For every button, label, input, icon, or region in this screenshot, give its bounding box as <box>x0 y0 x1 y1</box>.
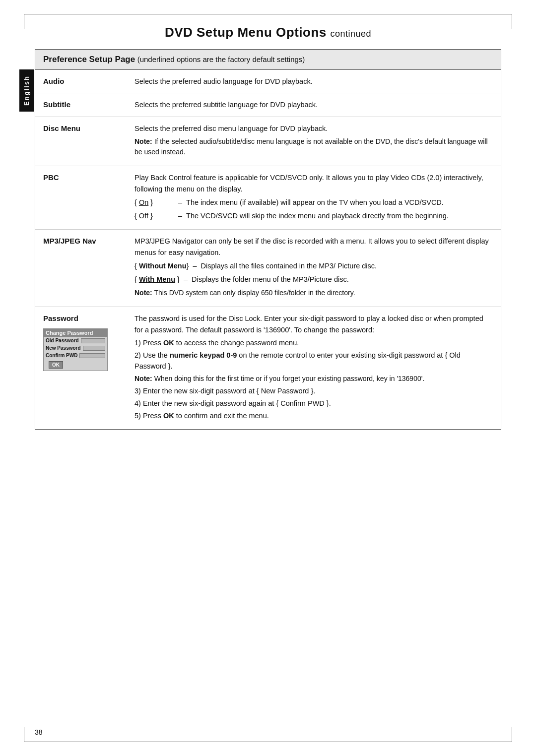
password-ui-title: Change Password <box>44 329 107 337</box>
pbc-main-desc: Play Back Control feature is applicable … <box>134 172 493 194</box>
password-step-2: 2) Use the numeric keypad 0-9 on the rem… <box>134 350 493 372</box>
password-note: Note: When doing this for the first time… <box>134 374 493 384</box>
password-ok-button[interactable]: OK <box>49 361 63 369</box>
password-main-desc: The password is used for the Disc Lock. … <box>134 313 493 335</box>
option-label-audio: Audio <box>35 76 134 87</box>
password-ui-row-new: New Password <box>44 344 107 352</box>
option-desc-pbc: Play Back Control feature is applicable … <box>134 172 501 223</box>
border-right-top <box>512 14 512 29</box>
mp3jpeg-without-desc: Displays all the files contained in the … <box>201 260 377 271</box>
password-step-1: 1) Press OK to access the change passwor… <box>134 338 493 349</box>
option-row-audio: Audio Selects the preferred audio langua… <box>35 70 501 93</box>
pbc-off-key: { Off } <box>134 210 174 221</box>
border-top <box>24 14 512 14</box>
option-desc-subtitle: Selects the preferred subtitle language … <box>134 99 501 110</box>
mp3jpeg-with-desc: Displays the folder menu of the MP3/Pict… <box>192 274 349 285</box>
option-row-disc-menu: Disc Menu Selects the preferred disc men… <box>35 117 501 166</box>
border-left-top <box>24 14 24 29</box>
mp3jpeg-note: Note: This DVD system can only display 6… <box>134 288 493 298</box>
password-confirm-label: Confirm PWD <box>46 353 77 358</box>
option-label-mp3jpeg: MP3/JPEG Nav <box>35 236 134 301</box>
language-tab: English <box>19 69 34 112</box>
disc-menu-note: Note: If the selected audio/subtitle/dis… <box>134 136 493 157</box>
password-old-input <box>81 338 105 343</box>
password-new-label: New Password <box>46 345 81 351</box>
option-label-disc-menu: Disc Menu <box>35 123 134 160</box>
option-desc-disc-menu: Selects the preferred disc menu language… <box>134 123 501 160</box>
password-confirm-input <box>79 353 105 358</box>
section-header-normal: (underlined options are the factory defa… <box>137 55 305 63</box>
pbc-suboption-on: { On } – The index menu (if available) w… <box>134 197 493 208</box>
mp3jpeg-main-desc: MP3/JPEG Navigator can only be set if th… <box>134 236 493 258</box>
main-content-box: English Preference Setup Page (underline… <box>35 49 501 430</box>
password-new-input <box>83 346 105 351</box>
section-header: Preference Setup Page (underlined option… <box>35 50 501 70</box>
option-desc-audio: Selects the preferred audio language for… <box>134 76 501 87</box>
pbc-on-key: { On } <box>134 197 174 208</box>
password-old-label: Old Password <box>46 338 79 343</box>
mp3jpeg-without-dash: – <box>193 260 197 271</box>
page-title-text: DVD Setup Menu Options <box>165 25 327 40</box>
mp3jpeg-with-dash: – <box>184 274 188 285</box>
section-header-bold: Preference Setup Page <box>43 55 135 64</box>
option-label-subtitle: Subtitle <box>35 99 134 110</box>
option-label-password: Password Change Password Old Password Ne… <box>35 313 134 423</box>
password-ui-panel: Change Password Old Password New Passwor… <box>43 328 108 371</box>
option-row-password: Password Change Password Old Password Ne… <box>35 307 501 429</box>
page-title-suffix: continued <box>331 29 372 39</box>
mp3jpeg-with-key: { With Menu } <box>134 274 180 285</box>
password-step-4: 4) Enter the new six-digit password agai… <box>134 398 493 409</box>
pbc-off-dash: – <box>178 210 182 221</box>
pbc-on-dash: – <box>178 197 182 208</box>
option-row-subtitle: Subtitle Selects the preferred subtitle … <box>35 93 501 117</box>
option-desc-mp3jpeg: MP3/JPEG Navigator can only be set if th… <box>134 236 501 301</box>
option-row-pbc: PBC Play Back Control feature is applica… <box>35 166 501 230</box>
border-left-bottom <box>24 727 24 742</box>
pbc-suboption-off: { Off } – The VCD/SVCD will skip the ind… <box>134 210 493 221</box>
option-desc-password: The password is used for the Disc Lock. … <box>134 313 501 423</box>
pbc-on-desc: The index menu (if available) will appea… <box>186 197 444 208</box>
mp3jpeg-without-key: { Without Menu} <box>134 260 189 271</box>
border-right-bottom <box>512 727 512 742</box>
password-ui-row-old: Old Password <box>44 337 107 344</box>
option-label-pbc: PBC <box>35 172 134 223</box>
pbc-off-desc: The VCD/SVCD will skip the index menu an… <box>186 210 449 221</box>
page-title: DVD Setup Menu Options continued <box>35 25 501 40</box>
password-step-5: 5) Press OK to confirm and exit the menu… <box>134 411 493 422</box>
password-step-3: 3) Enter the new six-digit password at {… <box>134 386 493 397</box>
mp3jpeg-with-menu: { With Menu } – Displays the folder menu… <box>134 274 493 285</box>
mp3jpeg-without-menu: { Without Menu} – Displays all the files… <box>134 260 493 271</box>
password-ui-row-confirm: Confirm PWD <box>44 352 107 359</box>
page-number: 38 <box>35 728 43 736</box>
option-row-mp3jpeg: MP3/JPEG Nav MP3/JPEG Navigator can only… <box>35 230 501 307</box>
border-bottom <box>24 742 512 742</box>
